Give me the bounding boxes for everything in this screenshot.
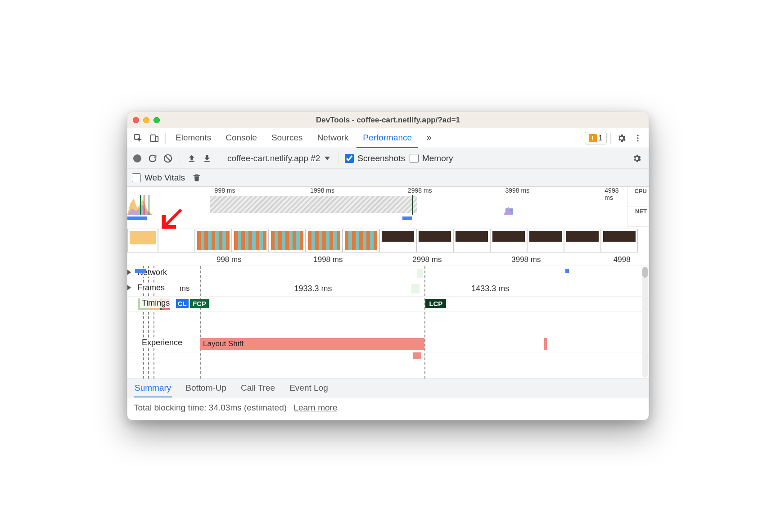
titlebar: DevTools - coffee-cart.netlify.app/?ad=1 [127, 112, 649, 128]
summary-tab-bottom-up[interactable]: Bottom-Up [185, 379, 227, 397]
overview-body[interactable] [127, 195, 627, 227]
fcp-marker[interactable]: FCP [190, 299, 209, 308]
svg-point-3 [637, 135, 638, 136]
overview-right-labels: CPU NET [627, 187, 649, 227]
network-request-block[interactable] [565, 269, 569, 273]
inspect-element-icon[interactable] [131, 131, 145, 145]
device-toolbar-icon[interactable] [147, 131, 162, 145]
svg-rect-1 [151, 135, 155, 141]
summary-tab-call-tree[interactable]: Call Tree [240, 379, 276, 397]
tab-network[interactable]: Network [311, 128, 355, 148]
frame-block[interactable] [411, 284, 420, 293]
filmstrip-thumb[interactable] [416, 229, 453, 252]
memory-label: Memory [422, 153, 453, 163]
learn-more-link[interactable]: Learn more [293, 403, 337, 412]
overview-panel[interactable]: 998 ms 1998 ms 2998 ms 3998 ms 4998 ms C… [127, 187, 649, 227]
svg-rect-8 [204, 161, 210, 162]
frame-duration: 1433.3 ms [471, 284, 509, 293]
tab-sources[interactable]: Sources [265, 128, 309, 148]
summary-tabbar: Summary Bottom-Up Call Tree Event Log [127, 379, 649, 398]
delete-recording-icon[interactable] [191, 172, 202, 183]
experience-track[interactable]: Experience Layout Shift [127, 336, 649, 352]
network-request-block[interactable] [417, 269, 423, 278]
capture-settings-gear-icon[interactable] [630, 151, 644, 166]
screenshots-toggle[interactable]: Screenshots [345, 153, 405, 163]
tab-more[interactable]: » [420, 128, 438, 148]
web-vitals-toggle[interactable]: Web Vitals [132, 173, 185, 183]
clear-button[interactable] [162, 153, 173, 164]
web-vitals-checkbox[interactable] [132, 173, 141, 182]
expand-network-icon[interactable] [127, 270, 131, 275]
upload-profile-icon[interactable] [186, 153, 197, 164]
filmstrip-thumb[interactable] [527, 229, 564, 252]
separator [219, 153, 219, 164]
svg-point-4 [637, 137, 638, 139]
download-profile-icon[interactable] [202, 153, 212, 164]
separator [165, 133, 166, 144]
filmstrip-thumb[interactable] [195, 229, 232, 252]
filmstrip-thumb[interactable] [601, 229, 638, 252]
filmstrip-thumb[interactable] [127, 229, 158, 252]
summary-tab-summary[interactable]: Summary [134, 379, 172, 397]
cls-marker[interactable]: CL [176, 299, 189, 308]
settings-gear-icon[interactable] [614, 131, 629, 145]
issues-count: 1 [599, 134, 603, 143]
filmstrip-thumb[interactable] [379, 229, 416, 252]
layout-shift-block[interactable]: Layout Shift [200, 338, 424, 350]
filmstrip-thumb[interactable] [232, 229, 269, 252]
filmstrip-thumb[interactable] [490, 229, 527, 252]
overview-ruler: 998 ms 1998 ms 2998 ms 3998 ms 4998 ms [127, 187, 635, 195]
tab-performance[interactable]: Performance [356, 128, 418, 148]
screenshots-checkbox[interactable] [345, 154, 354, 163]
record-button[interactable] [132, 153, 143, 164]
network-track[interactable]: Network [127, 266, 649, 281]
experience-subrow [127, 352, 649, 361]
timings-subtrack [127, 312, 649, 336]
annotation-arrow-icon [160, 206, 184, 232]
reload-record-button[interactable] [147, 153, 158, 164]
timings-track[interactable]: Timings CL FCP LCP [127, 297, 649, 312]
tab-console[interactable]: Console [219, 128, 263, 148]
network-request-block[interactable] [135, 269, 146, 273]
flamechart-tracks[interactable]: Network Frames ms 1933.3 ms 1433.3 ms Ti… [127, 266, 649, 379]
separator [180, 153, 180, 164]
expand-frames-icon[interactable] [127, 285, 131, 290]
net-overview[interactable] [127, 215, 627, 223]
ruler-tick: 3998 ms [505, 187, 529, 194]
overview-cpu-label: CPU [627, 187, 649, 207]
lcp-marker[interactable]: LCP [425, 299, 446, 308]
frame-duration: 1933.3 ms [294, 284, 332, 293]
ruler-tick: 3998 ms [511, 255, 541, 264]
filmstrip-thumb[interactable] [158, 229, 195, 252]
ruler-tick: 2998 ms [412, 255, 442, 264]
recording-selector[interactable]: coffee-cart.netlify.app #2 [226, 153, 332, 164]
main-ruler[interactable]: 998 ms 1998 ms 2998 ms 3998 ms 4998 ms [127, 254, 649, 266]
filmstrip-thumb[interactable] [564, 229, 601, 252]
ruler-tick: 1998 ms [310, 187, 334, 194]
svg-rect-2 [156, 136, 158, 141]
layout-shift-block[interactable] [544, 338, 547, 350]
net-bar [402, 216, 412, 220]
more-menu-icon[interactable] [631, 131, 645, 145]
ruler-tick: 998 ms [215, 187, 235, 194]
svg-rect-7 [189, 161, 194, 162]
filmstrip-thumb[interactable] [453, 229, 490, 252]
memory-toggle[interactable]: Memory [410, 153, 453, 163]
filmstrip-thumb[interactable] [269, 229, 306, 252]
ruler-tick: 998 ms [217, 255, 242, 264]
performance-toolbar: coffee-cart.netlify.app #2 Screenshots M… [127, 148, 649, 169]
tab-elements[interactable]: Elements [169, 128, 217, 148]
issues-warning-icon: ! [589, 134, 597, 142]
layout-shift-block[interactable] [413, 352, 421, 359]
issues-button[interactable]: ! 1 [585, 132, 607, 144]
ruler-tick: 2998 ms [408, 187, 432, 194]
svg-point-5 [637, 140, 638, 141]
summary-tab-event-log[interactable]: Event Log [289, 379, 329, 397]
overview-marker-line [412, 195, 413, 215]
cpu-overview[interactable] [127, 195, 627, 215]
filmstrip-thumb[interactable] [343, 229, 379, 252]
frames-track[interactable]: Frames ms 1933.3 ms 1433.3 ms [127, 281, 649, 297]
filmstrip-thumb[interactable] [306, 229, 343, 252]
memory-checkbox[interactable] [410, 154, 419, 163]
screenshot-filmstrip[interactable] [127, 227, 649, 254]
